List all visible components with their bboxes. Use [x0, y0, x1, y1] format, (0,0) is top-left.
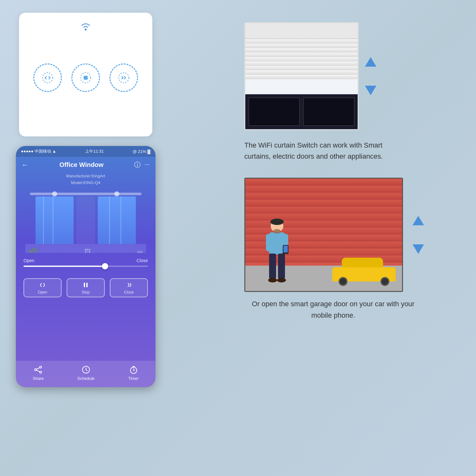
nav-schedule[interactable]: Schedule	[77, 365, 95, 381]
shutter-window-bottom	[245, 94, 358, 129]
bottom-right-section: Or open the smart garage door on your ca…	[244, 178, 463, 321]
person-figure	[264, 218, 290, 281]
garage-description: Or open the smart garage door on your ca…	[244, 298, 422, 321]
svg-rect-3	[84, 76, 85, 79]
garage-arrow-up-icon	[413, 216, 424, 225]
slider-labels: Open Close	[23, 258, 148, 263]
phone-status-bar: ●●●●● 中国移动 ▲ 上午11:31 @ 21% ▓	[16, 146, 155, 157]
phone-subtitle: Manufacturer:KingArt Model:KING-Q4	[16, 173, 155, 189]
svg-rect-26	[278, 254, 285, 279]
shutter-slat	[245, 66, 358, 70]
phone-close-label: Close	[124, 290, 134, 294]
carrier-text: ●●●●● 中国移动 ▲	[21, 149, 56, 154]
svg-rect-24	[283, 246, 288, 253]
svg-line-11	[36, 368, 40, 369]
curtain-slider[interactable]: Open Close	[16, 253, 155, 272]
panel-open-button[interactable]	[33, 63, 62, 92]
phone-control-buttons: Open Stop Close	[16, 272, 155, 301]
window-pane-right	[303, 97, 354, 126]
slider-open-label: Open	[23, 258, 34, 263]
shutter-slat	[245, 52, 358, 57]
panel-close-button[interactable]	[109, 63, 138, 92]
back-button[interactable]: ←	[22, 161, 29, 169]
svg-point-1	[43, 73, 53, 83]
svg-rect-7	[86, 283, 88, 287]
garage-arrow-down-icon	[413, 244, 424, 254]
shutter-illustration	[244, 22, 359, 130]
svg-point-5	[119, 73, 129, 83]
garage-slat	[245, 193, 402, 200]
svg-point-9	[35, 369, 36, 371]
curtain-left	[36, 196, 74, 244]
room-background: 🌿 🖼 🛏	[25, 244, 146, 253]
nav-timer[interactable]: Timer	[128, 365, 139, 381]
top-right-section: The WiFi curtain Switch can work with Sm…	[244, 22, 463, 165]
slider-fill	[23, 266, 104, 267]
svg-point-10	[40, 371, 42, 373]
garage-slat	[245, 200, 402, 207]
battery-text: @ 21% ▓	[133, 149, 150, 154]
curtain-gap	[76, 196, 95, 244]
garage-slat	[245, 186, 402, 193]
curtain-right	[98, 196, 136, 244]
svg-rect-4	[86, 76, 87, 79]
shutter-description: The WiFi curtain Switch can work with Sm…	[244, 136, 403, 165]
shutter-arrows	[365, 22, 376, 130]
phone-open-label: Open	[38, 290, 47, 294]
panel-stop-button[interactable]	[71, 63, 100, 92]
curtain-track	[30, 193, 142, 195]
more-icon[interactable]: ···	[144, 161, 150, 169]
shutter-slat	[245, 48, 358, 52]
slider-thumb[interactable]	[102, 263, 108, 269]
garage-slat	[245, 207, 402, 214]
phone-open-button[interactable]: Open	[23, 278, 62, 297]
svg-rect-25	[269, 254, 276, 279]
garage-scene	[244, 178, 403, 292]
svg-point-0	[85, 29, 87, 30]
shutter-slat	[245, 43, 358, 48]
svg-rect-6	[84, 283, 85, 287]
time-text: 上午11:31	[85, 149, 104, 154]
svg-point-28	[277, 278, 286, 282]
phone-close-button[interactable]: Close	[110, 278, 148, 297]
wifi-icon	[80, 22, 91, 33]
shutter-slats	[245, 39, 358, 79]
plant-icon: 🌿	[29, 248, 38, 253]
car	[332, 262, 396, 281]
phone-mockup: ●●●●● 中国移动 ▲ 上午11:31 @ 21% ▓ ← Office Wi…	[16, 146, 155, 387]
window-pane-left	[248, 97, 300, 126]
phone-bottom-nav: Share Schedule Timer	[16, 361, 155, 387]
timer-label: Timer	[128, 376, 139, 381]
svg-point-20	[273, 229, 281, 234]
panel-button-group	[33, 63, 138, 92]
shutter-slat	[245, 70, 358, 75]
slider-close-label: Close	[136, 258, 148, 263]
shutter-slat	[245, 57, 358, 61]
schedule-label: Schedule	[77, 376, 95, 381]
svg-point-18	[270, 219, 284, 225]
shutter-section	[244, 22, 463, 130]
nav-share[interactable]: Share	[33, 365, 44, 381]
info-icon[interactable]: ⓘ	[134, 161, 141, 169]
arrow-up-icon	[365, 57, 376, 67]
phone-stop-label: Stop	[82, 290, 90, 294]
phone-nav-bar: ← Office Window ⓘ ···	[16, 157, 155, 173]
phone-stop-button[interactable]: Stop	[67, 278, 105, 297]
share-label: Share	[33, 376, 44, 381]
shutter-slat	[245, 39, 358, 43]
switch-panel	[19, 13, 152, 136]
garage-arrows	[413, 178, 424, 292]
shutter-slat	[245, 75, 358, 79]
svg-point-8	[40, 366, 42, 368]
svg-point-27	[268, 278, 277, 282]
svg-rect-21	[266, 234, 270, 251]
shutter-slat	[245, 61, 358, 66]
arrow-down-icon	[365, 86, 376, 95]
left-column: ●●●●● 中国移动 ▲ 上午11:31 @ 21% ▓ ← Office Wi…	[13, 13, 238, 463]
nightstand-icon: 🛏	[137, 248, 143, 253]
nav-title: Office Window	[59, 161, 103, 169]
curtains-container	[16, 196, 155, 244]
svg-rect-19	[269, 232, 285, 255]
shutter-header	[245, 23, 358, 39]
slider-track[interactable]	[23, 266, 148, 267]
